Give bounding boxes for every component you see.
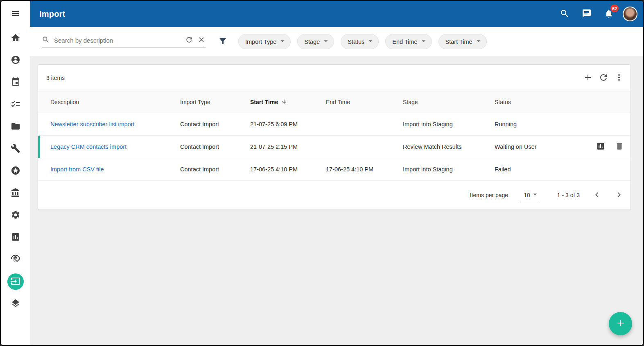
handshake-icon [11,254,20,265]
row-report-button[interactable] [596,142,605,152]
filter-pill-import-type[interactable]: Import Type [238,34,291,49]
chevron-down-icon [366,36,375,47]
refresh-icon [185,36,193,45]
sidebar-item-favorites[interactable] [7,163,24,179]
row-end-time: 17-06-25 4:10 PM [326,166,403,173]
sort-desc-arrow-icon [281,98,287,106]
chat-icon [582,9,592,20]
filter-pill-end-time[interactable]: End Time [385,34,432,49]
sidebar-item-analytics[interactable] [7,229,24,246]
row-delete-button[interactable] [615,142,624,152]
row-start-time: 21-07-25 6:09 PM [250,121,326,127]
chevron-down-icon [474,36,483,47]
search-input[interactable] [54,37,181,44]
menu-icon [11,9,20,20]
row-description-link[interactable]: Newsletter subscriber list import [50,121,180,127]
global-search-button[interactable] [556,6,573,22]
filter-pill-status[interactable]: Status [341,34,379,49]
sidebar-item-home[interactable] [7,30,24,46]
search-icon [560,9,569,20]
sidebar-item-tasks[interactable] [7,96,24,113]
column-label: Stage [403,99,418,105]
more-options-button[interactable] [614,73,624,84]
filter-pill-stage[interactable]: Stage [297,34,334,49]
imports-table-card: 3 items Description Import Type Start Ti… [38,64,631,210]
user-avatar[interactable] [623,7,637,21]
sidebar-item-contacts[interactable] [7,52,24,68]
messages-button[interactable] [578,6,595,22]
table-pagination: Items per page 10 1 - 3 of 3 [38,181,630,209]
pagination-range: 1 - 3 of 3 [557,192,580,198]
home-icon [11,33,20,44]
column-header-end-time[interactable]: End Time [326,99,403,105]
card-header: 3 items [38,65,630,91]
next-page-button[interactable] [614,190,624,201]
app-window: Import 62 [0,0,644,346]
column-header-start-time[interactable]: Start Time [250,98,326,106]
pill-label: Stage [304,39,320,45]
row-status: Running [495,121,630,127]
sidebar-item-import[interactable] [7,273,24,290]
search-clear-button[interactable] [197,36,206,45]
kebab-menu-icon [614,73,624,84]
add-import-button[interactable] [583,73,593,84]
refresh-table-button[interactable] [599,73,608,84]
checklist-icon [11,99,20,110]
card-actions [583,73,624,84]
search-icon [42,36,50,46]
column-label: Import Type [180,99,210,105]
sidebar-item-settings[interactable] [7,207,24,223]
account-circle-icon [11,55,20,66]
page-title: Import [39,9,65,19]
search-field [42,36,206,48]
column-label: End Time [326,99,350,105]
gear-icon [11,210,20,221]
pill-label: End Time [392,39,417,45]
page-size-value: 10 [524,192,530,198]
column-header-stage[interactable]: Stage [403,99,495,105]
pill-label: Import Type [245,39,276,45]
trash-icon [615,142,624,152]
plus-icon [583,73,593,84]
sidebar-item-files[interactable] [7,118,24,135]
analytics-icon [11,232,20,243]
items-count: 3 items [46,75,65,81]
bar-chart-icon [596,142,605,152]
filter-pills: Import Type Stage Status End Time Start … [238,34,487,49]
notification-badge: 62 [610,5,619,12]
sidebar-item-calendar[interactable] [7,74,24,91]
search-refresh-button[interactable] [185,36,193,45]
table-row[interactable]: Newsletter subscriber list import Contac… [38,113,630,136]
table-row[interactable]: Legacy CRM contacts import Contact Impor… [38,136,630,158]
sidebar-item-accounts[interactable] [7,185,24,201]
import-icon [11,276,20,287]
column-header-description[interactable]: Description [50,99,180,105]
row-start-time: 21-07-25 2:15 PM [250,143,326,150]
table-row[interactable]: Import from CSV file Contact Import 17-0… [38,158,630,181]
wrench-icon [11,143,20,155]
column-header-status[interactable]: Status [495,99,630,105]
column-label: Description [50,99,79,105]
filter-pill-start-time[interactable]: Start Time [438,34,487,49]
row-status: Failed [495,166,630,173]
hamburger-menu-button[interactable] [7,6,24,22]
row-stage: Review Match Results [403,143,495,150]
notifications-button[interactable]: 62 [601,6,617,22]
column-header-import-type[interactable]: Import Type [180,99,250,105]
row-description-link[interactable]: Legacy CRM contacts import [50,143,180,150]
row-description-link[interactable]: Import from CSV file [50,166,180,173]
filter-button[interactable] [218,36,228,47]
column-label: Start Time [250,99,278,105]
sidebar-item-tools[interactable] [7,141,24,157]
sidebar-item-deals[interactable] [7,251,24,268]
sidebar-item-layers[interactable] [7,296,24,312]
chevron-down-icon [278,36,287,47]
chevron-down-icon [321,36,330,47]
row-import-type: Contact Import [180,143,250,150]
create-import-fab[interactable] [609,312,632,335]
page-size-select[interactable]: 10 [520,189,539,201]
filter-funnel-icon [218,36,228,47]
chevron-down-icon [531,190,539,200]
sidebar [1,1,30,345]
previous-page-button[interactable] [592,190,602,201]
